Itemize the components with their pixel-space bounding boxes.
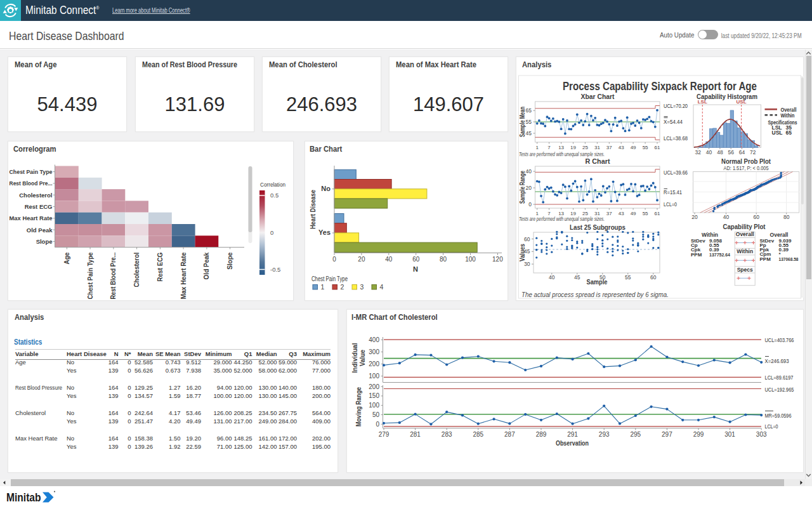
svg-text:150: 150 [369,392,379,399]
svg-text:100: 100 [465,256,476,263]
svg-text:0: 0 [270,229,273,236]
svg-text:Old Peak: Old Peak [27,227,53,234]
svg-text:UCL=192.965: UCL=192.965 [765,386,794,393]
svg-text:Max Heart Rate: Max Heart Rate [180,252,187,299]
svg-text:4: 4 [380,283,384,291]
svg-text:UCL=403.766: UCL=403.766 [765,336,794,343]
svg-text:Observation: Observation [556,439,589,447]
svg-text:Cholesterol: Cholesterol [19,192,52,199]
svg-text:Age: Age [63,252,70,264]
svg-text:281: 281 [410,431,421,438]
svg-text:Correlation: Correlation [260,181,285,188]
svg-text:20: 20 [358,256,365,263]
svg-text:Value: Value [358,350,366,366]
svg-text:289: 289 [536,431,547,438]
svg-text:LCL=89.6197: LCL=89.6197 [765,374,794,381]
svg-text:Individual: Individual [351,343,358,373]
svg-text:No: No [321,185,331,192]
svg-text:Within: Within [702,232,718,238]
svg-text:285: 285 [473,431,483,438]
svg-text:301: 301 [724,431,735,438]
svg-text:Chest Pain Type: Chest Pain Type [311,275,348,282]
svg-text:Yes: Yes [318,228,331,236]
svg-text:40: 40 [385,256,393,263]
svg-text:Max Heart Rate: Max Heart Rate [10,215,53,221]
svg-text:60: 60 [753,214,759,220]
svg-text:100: 100 [369,373,379,380]
svg-text:Old Peak: Old Peak [203,252,210,279]
svg-text:Cholesterol: Cholesterol [133,252,140,287]
svg-text:Rest Blood Pre...: Rest Blood Pre... [10,180,53,187]
svg-text:291: 291 [567,431,578,438]
svg-text:279: 279 [379,431,390,438]
svg-text:-0.5: -0.5 [270,266,280,273]
svg-text:297: 297 [662,431,672,438]
svg-text:Capability Plot: Capability Plot [723,223,766,230]
svg-text:Within: Within [737,248,753,255]
svg-text:2: 2 [341,283,344,291]
svg-text:Rest Blood Pre...: Rest Blood Pre... [110,252,117,299]
svg-text:PPM: PPM [691,252,702,258]
svg-text:MR=59.0596: MR=59.0596 [765,412,792,419]
svg-text:Overall: Overall [736,231,754,237]
svg-text:293: 293 [599,431,610,438]
svg-text:1: 1 [321,283,325,291]
svg-text:200: 200 [369,360,379,367]
svg-text:AD: 1.517, P: < 0.005: AD: 1.517, P: < 0.005 [724,164,769,171]
svg-text:Chest Pain Type: Chest Pain Type [10,168,53,175]
svg-text:137068.58: 137068.58 [779,256,799,262]
svg-text:LCL=0: LCL=0 [765,423,778,430]
svg-text:40: 40 [723,214,730,220]
svg-text:The actual process spread is r: The actual process spread is represented… [521,291,669,298]
svg-text:Rest ECG: Rest ECG [25,203,53,210]
svg-text:Rest ECG: Rest ECG [157,252,164,281]
svg-text:300: 300 [369,348,379,355]
svg-text:X=246.693: X=246.693 [765,357,789,364]
svg-text:299: 299 [693,431,704,438]
svg-text:60: 60 [412,256,420,263]
svg-text:3: 3 [360,283,364,291]
svg-text:100: 100 [369,402,379,409]
svg-text:0: 0 [376,421,379,428]
svg-text:0.5: 0.5 [270,192,278,199]
svg-text:N: N [413,265,418,273]
svg-text:80: 80 [783,214,790,220]
svg-text:295: 295 [630,431,641,438]
svg-text:Overall: Overall [770,232,789,238]
svg-text:50: 50 [372,411,380,418]
svg-text:400: 400 [369,336,379,343]
svg-text:20: 20 [691,214,698,220]
svg-text:200: 200 [369,383,379,390]
svg-text:287: 287 [504,431,515,438]
svg-text:Heart Disease: Heart Disease [309,190,317,229]
svg-text:Moving Range: Moving Range [355,387,362,426]
svg-text:Specs: Specs [737,267,753,273]
svg-text:PPM: PPM [760,256,771,262]
svg-text:120: 120 [492,256,503,263]
svg-text:0: 0 [332,256,336,263]
svg-text:80: 80 [440,256,447,263]
svg-text:Slope: Slope [36,238,53,245]
svg-text:Slope: Slope [226,252,233,270]
svg-text:Chest Pain Type: Chest Pain Type [87,252,94,299]
svg-text:283: 283 [442,431,452,438]
svg-text:137752.64: 137752.64 [709,252,730,258]
svg-text:303: 303 [756,431,767,438]
